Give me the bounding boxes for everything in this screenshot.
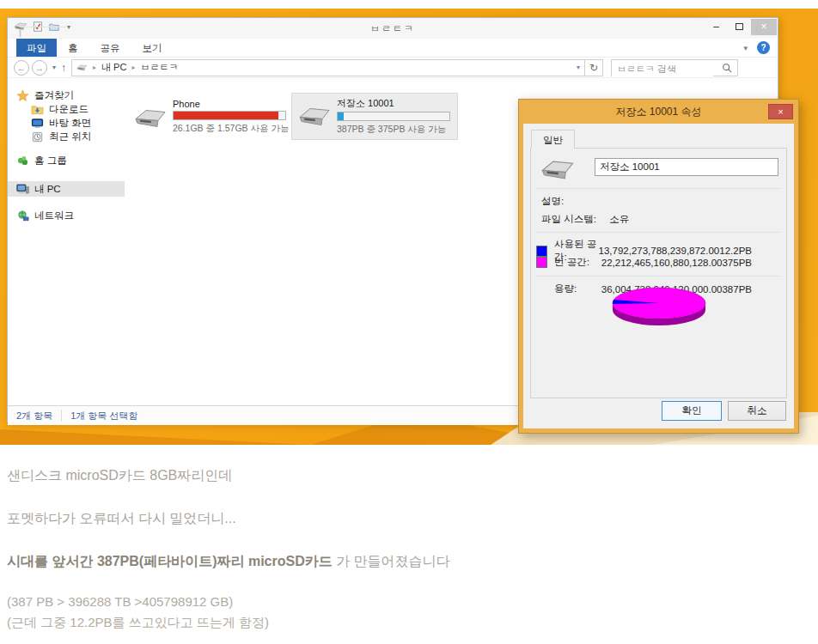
tab-view[interactable]: 보기 bbox=[131, 39, 174, 57]
volume-name-field[interactable] bbox=[595, 158, 778, 176]
explorer-titlebar: | ▾ | ㅂㄹㅌㅋ – × bbox=[8, 18, 778, 39]
sidebar-item-label: 다운로드 bbox=[49, 103, 89, 116]
drive-name: Phone bbox=[173, 99, 288, 109]
drive-name: 저장소 10001 bbox=[337, 97, 452, 110]
free-space-label: 빈 공간: bbox=[554, 256, 601, 269]
tab-file[interactable]: 파일 bbox=[16, 39, 57, 57]
crumb-separator-icon: ▸ bbox=[131, 64, 135, 71]
window-controls: – × bbox=[705, 19, 777, 35]
separator bbox=[536, 232, 781, 233]
quick-access-toolbar: | ▾ | bbox=[14, 21, 73, 33]
address-box[interactable]: ▸ 내 PC ▸ ㅂㄹㅌㅋ ▾ bbox=[71, 59, 585, 76]
sidebar-item-label: 즐겨찾기 bbox=[34, 89, 74, 102]
qat-separator-icon: | bbox=[19, 27, 68, 27]
sidebar-item-recent-places[interactable]: 최근 위치 bbox=[8, 130, 125, 143]
caption-line-3-bold: 시대를 앞서간 387PB(페타바이트)짜리 microSD카드 bbox=[7, 554, 333, 568]
sidebar-item-label: 홈 그룹 bbox=[34, 155, 67, 167]
ok-button[interactable]: 확인 bbox=[662, 401, 722, 421]
sidebar-item-label: 내 PC bbox=[34, 183, 61, 196]
star-icon bbox=[16, 89, 29, 102]
help-icon[interactable]: ? bbox=[757, 41, 770, 54]
free-space-size: 375PB bbox=[722, 258, 778, 268]
post-caption: 샌디스크 microSD카드 8GB짜리인데 포멧하다가 오류떠서 다시 밀었더… bbox=[0, 445, 818, 631]
sidebar-item-network[interactable]: 네트워크 bbox=[8, 209, 125, 222]
free-space-row: 빈 공간: 22,212,465,160,880,128.00 375PB bbox=[536, 256, 778, 269]
drive-tile-storage-10001[interactable]: 저장소 10001 387PB 중 375PB 사용 가능 bbox=[291, 93, 458, 140]
capacity-bar-fill bbox=[174, 112, 278, 119]
ribbon-tabs: 파일 홈 공유 보기 ▾ ? bbox=[8, 39, 778, 58]
sidebar-item-homegroup[interactable]: 홈 그룹 bbox=[8, 154, 125, 167]
separator bbox=[536, 276, 781, 276]
sidebar-item-label: 바탕 화면 bbox=[49, 117, 91, 130]
download-folder-icon bbox=[31, 103, 44, 116]
search-input[interactable] bbox=[612, 61, 713, 76]
used-space-size: 12.2PB bbox=[719, 246, 778, 256]
sidebar-item-downloads[interactable]: 다운로드 bbox=[8, 102, 125, 116]
tab-general[interactable]: 일반 bbox=[531, 130, 575, 149]
description-label: 설명: bbox=[541, 195, 778, 208]
used-space-bytes: 13,792,273,788,239,872.00 bbox=[599, 246, 720, 256]
maximize-button[interactable] bbox=[728, 19, 751, 35]
search-box bbox=[611, 59, 738, 76]
homegroup-icon bbox=[16, 155, 29, 167]
capacity-bar-fill bbox=[338, 112, 344, 120]
ribbon-expand-icon[interactable]: ▾ bbox=[743, 44, 748, 52]
capacity-bar bbox=[173, 111, 286, 120]
drive-icon bbox=[540, 159, 576, 182]
capacity-bar bbox=[337, 112, 450, 121]
pc-icon bbox=[16, 183, 29, 196]
crumb-separator-icon: ▸ bbox=[93, 64, 96, 71]
minimize-button[interactable]: – bbox=[705, 19, 728, 35]
filesystem-row: 파일 시스템: 소유 bbox=[541, 213, 778, 226]
back-button[interactable]: ← bbox=[14, 60, 29, 76]
breadcrumb-current[interactable]: ㅂㄹㅌㅋ bbox=[140, 61, 178, 74]
forward-button[interactable]: → bbox=[32, 60, 47, 76]
caption-line-3: 시대를 앞서간 387PB(페타바이트)짜리 microSD카드 가 만들어졌습… bbox=[7, 553, 818, 571]
sidebar-item-favorites[interactable]: 즐겨찾기 bbox=[8, 88, 125, 102]
filesystem-value: 소유 bbox=[609, 214, 629, 224]
tab-home[interactable]: 홈 bbox=[57, 39, 89, 57]
dialog-title: 저장소 10001 속성 bbox=[519, 100, 798, 124]
network-icon bbox=[16, 210, 29, 222]
recent-places-icon bbox=[31, 131, 44, 143]
monitor-icon bbox=[31, 117, 44, 130]
address-bar-row: ← → ▾ ↑ ▸ 내 PC ▸ ㅂㄹㅌㅋ ▾ ↻ bbox=[8, 58, 778, 78]
history-dropdown-icon[interactable]: ▾ bbox=[52, 64, 56, 71]
refresh-button[interactable]: ↻ bbox=[585, 59, 603, 76]
caption-line-1: 샌디스크 microSD카드 8GB짜리인데 bbox=[7, 467, 818, 485]
sidebar-item-label: 최근 위치 bbox=[49, 131, 91, 143]
address-drive-icon bbox=[76, 64, 88, 72]
up-button[interactable]: ↑ bbox=[61, 62, 66, 74]
navigation-pane: 즐겨찾기 다운로드 바탕 화면 최근 위치 홈 그룹 bbox=[8, 78, 125, 405]
capacity-pie-chart bbox=[531, 284, 786, 336]
address-dropdown-icon[interactable]: ▾ bbox=[572, 64, 584, 71]
filesystem-label: 파일 시스템: bbox=[541, 213, 607, 226]
sidebar-item-desktop[interactable]: 바탕 화면 bbox=[8, 116, 125, 130]
tab-share[interactable]: 공유 bbox=[89, 39, 131, 57]
sidebar-item-this-pc[interactable]: 내 PC bbox=[8, 181, 125, 197]
dialog-client-area: 일반 설명: 파일 시스템: 소유 사용된 공간: 13,792,273,788… bbox=[523, 124, 794, 428]
cancel-button[interactable]: 취소 bbox=[728, 401, 786, 421]
free-space-swatch bbox=[536, 257, 547, 268]
search-icon[interactable] bbox=[722, 63, 732, 73]
maximize-icon bbox=[736, 23, 743, 30]
close-button[interactable]: × bbox=[751, 19, 777, 35]
breadcrumb-root[interactable]: 내 PC bbox=[101, 61, 126, 74]
caption-line-5: (근데 그중 12.2PB를 쓰고있다고 뜨는게 함정) bbox=[7, 615, 818, 631]
drive-icon bbox=[133, 107, 168, 131]
drive-icon bbox=[297, 106, 332, 129]
window-title: ㅂㄹㅌㅋ bbox=[180, 22, 606, 35]
separator bbox=[536, 188, 781, 189]
dialog-close-button[interactable]: × bbox=[768, 104, 793, 119]
sidebar-item-label: 네트워크 bbox=[34, 210, 74, 222]
ribbon-right-controls: ▾ ? bbox=[743, 39, 778, 57]
caption-line-3-rest: 가 만들어졌습니다 bbox=[333, 554, 450, 568]
drive-free-space: 387PB 중 375PB 사용 가능 bbox=[337, 124, 452, 136]
drive-free-space: 26.1GB 중 1.57GB 사용 가능 bbox=[173, 123, 288, 135]
selected-count: 1개 항목 선택함 bbox=[70, 410, 137, 422]
status-divider bbox=[61, 410, 62, 422]
properties-dialog: 저장소 10001 속성 × 일반 설명: 파일 시스템: 소유 사용된 공간:… bbox=[518, 99, 799, 434]
drive-tile-phone[interactable]: Phone 26.1GB 중 1.57GB 사용 가능 bbox=[128, 95, 293, 138]
used-space-swatch bbox=[536, 246, 547, 257]
screenshot-stage: | ▾ | ㅂㄹㅌㅋ – × 파일 홈 공유 보기 ▾ ? ← bbox=[0, 0, 818, 644]
